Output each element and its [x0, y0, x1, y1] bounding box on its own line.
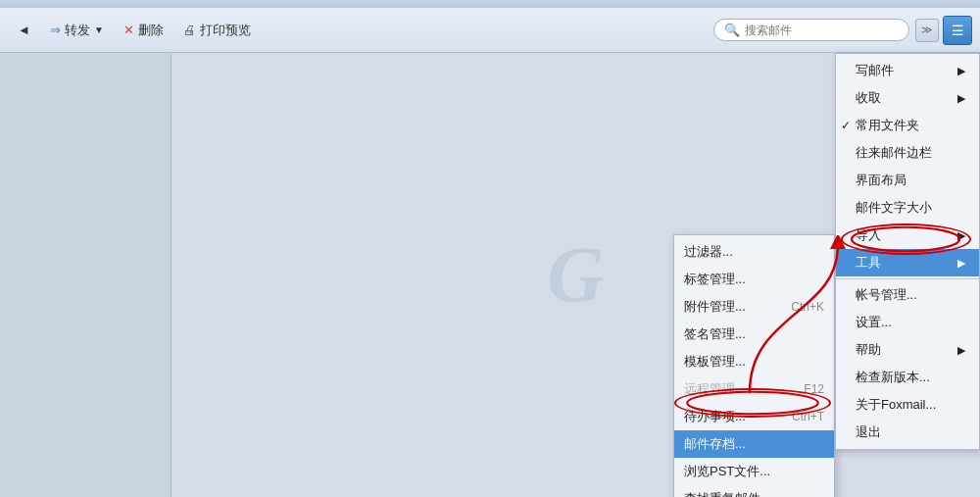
- search-input[interactable]: [745, 24, 892, 37]
- print-preview-button[interactable]: 🖨 打印预览: [173, 18, 261, 43]
- tools-submenu: 过滤器...标签管理...附件管理...Ctrl+K签名管理...模板管理...…: [673, 234, 835, 497]
- back-icon: ◄: [18, 23, 30, 37]
- menu-arrow-tools: ▶: [957, 257, 965, 270]
- menu-item-tools[interactable]: 工具▶: [836, 249, 979, 276]
- menu-label-compose: 写邮件: [856, 62, 894, 79]
- submenu-label-browse-pst: 浏览PST文件...: [684, 463, 770, 480]
- search-box: 🔍: [713, 19, 909, 41]
- menu-arrow-compose: ▶: [957, 65, 965, 77]
- submenu-item-sign-mgr[interactable]: 签名管理...: [674, 321, 834, 348]
- menu-label-check-update: 检查新版本...: [856, 369, 930, 386]
- menu-item-layout[interactable]: 界面布局: [836, 167, 979, 194]
- delete-icon: ✕: [123, 23, 134, 37]
- menu-item-compose[interactable]: 写邮件▶: [836, 57, 979, 84]
- submenu-label-attach-mgr: 附件管理...: [684, 298, 746, 316]
- title-bar: [0, 0, 980, 8]
- main-dropdown-menu: 写邮件▶收取▶常用文件夹往来邮件边栏界面布局邮件文字大小导入▶工具▶帐号管理..…: [835, 53, 980, 450]
- back-button[interactable]: ◄: [8, 19, 40, 41]
- submenu-item-attach-mgr[interactable]: 附件管理...Ctrl+K: [674, 293, 834, 321]
- menu-item-font-size[interactable]: 邮件文字大小: [836, 194, 979, 222]
- submenu-item-tag-mgr[interactable]: 标签管理...: [674, 266, 834, 293]
- submenu-item-remote-mgr: 远程管理...F12: [674, 375, 834, 403]
- menu-item-inbox-bar[interactable]: 往来邮件边栏: [836, 139, 979, 167]
- menu-item-receive[interactable]: 收取▶: [836, 84, 979, 112]
- menu-label-tools: 工具: [856, 254, 881, 272]
- grid-view-button[interactable]: ☰: [943, 16, 972, 45]
- submenu-label-archive: 邮件存档...: [684, 435, 746, 453]
- app-logo: G: [548, 230, 605, 320]
- submenu-item-browse-pst[interactable]: 浏览PST文件...: [674, 458, 834, 485]
- forward-label: 转发: [65, 22, 90, 39]
- menu-item-about[interactable]: 关于Foxmail...: [836, 391, 979, 419]
- forward-button[interactable]: ⇒ 转发 ▼: [40, 18, 114, 43]
- submenu-label-remote-mgr: 远程管理...: [684, 380, 746, 398]
- delete-button[interactable]: ✕ 删除: [114, 18, 173, 43]
- menu-separator-tools: [836, 278, 979, 279]
- submenu-label-sign-mgr: 签名管理...: [684, 325, 746, 343]
- print-label: 打印预览: [200, 22, 251, 39]
- menu-label-receive: 收取: [856, 89, 881, 107]
- expand-search-button[interactable]: ≫: [915, 19, 939, 42]
- submenu-label-template-mgr: 模板管理...: [684, 353, 746, 371]
- menu-label-font-size: 邮件文字大小: [856, 199, 932, 217]
- shortcut-remote-mgr: F12: [804, 382, 824, 396]
- menu-arrow-import: ▶: [957, 229, 965, 242]
- menu-item-account-mgr[interactable]: 帐号管理...: [836, 281, 979, 309]
- menu-label-about: 关于Foxmail...: [856, 396, 936, 414]
- menu-label-account-mgr: 帐号管理...: [856, 286, 917, 304]
- submenu-item-archive[interactable]: 邮件存档...: [674, 430, 834, 458]
- print-icon: 🖨: [183, 23, 196, 37]
- submenu-label-find-dup: 查找重复邮件...: [684, 490, 771, 497]
- menu-arrow-help: ▶: [957, 344, 965, 357]
- submenu-item-find-dup[interactable]: 查找重复邮件...: [674, 485, 834, 497]
- sidebar: [0, 53, 172, 497]
- menu-item-exit[interactable]: 退出: [836, 419, 979, 446]
- menu-label-import: 导入: [856, 226, 881, 244]
- forward-icon: ⇒: [50, 23, 61, 37]
- expand-icon: ≫: [921, 24, 933, 36]
- toolbar: ◄ ⇒ 转发 ▼ ✕ 删除 🖨 打印预览 🔍 ≫ ☰: [0, 8, 980, 53]
- menu-item-check-update[interactable]: 检查新版本...: [836, 364, 979, 391]
- menu-item-help[interactable]: 帮助▶: [836, 336, 979, 364]
- submenu-item-template-mgr[interactable]: 模板管理...: [674, 348, 834, 375]
- menu-item-common-folders[interactable]: 常用文件夹: [836, 112, 979, 139]
- shortcut-todo: Ctrl+T: [792, 410, 824, 423]
- menu-item-settings[interactable]: 设置...: [836, 309, 979, 336]
- delete-label: 删除: [138, 22, 164, 39]
- search-icon: 🔍: [724, 23, 740, 37]
- menu-label-exit: 退出: [856, 423, 881, 441]
- shortcut-attach-mgr: Ctrl+K: [791, 300, 824, 314]
- submenu-item-filter[interactable]: 过滤器...: [674, 238, 834, 266]
- menu-label-layout: 界面布局: [856, 172, 906, 189]
- menu-item-import[interactable]: 导入▶: [836, 222, 979, 249]
- menu-label-help: 帮助: [856, 341, 881, 359]
- submenu-label-filter: 过滤器...: [684, 243, 733, 261]
- submenu-item-todo[interactable]: 待办事项...Ctrl+T: [674, 403, 834, 430]
- forward-arrow-icon: ▼: [94, 25, 104, 35]
- menu-label-inbox-bar: 往来邮件边栏: [856, 144, 932, 162]
- submenu-label-todo: 待办事项...: [684, 408, 746, 425]
- grid-icon: ☰: [952, 23, 964, 38]
- submenu-label-tag-mgr: 标签管理...: [684, 271, 746, 288]
- menu-label-common-folders: 常用文件夹: [856, 117, 919, 134]
- menu-arrow-receive: ▶: [957, 92, 965, 105]
- menu-label-settings: 设置...: [856, 314, 892, 331]
